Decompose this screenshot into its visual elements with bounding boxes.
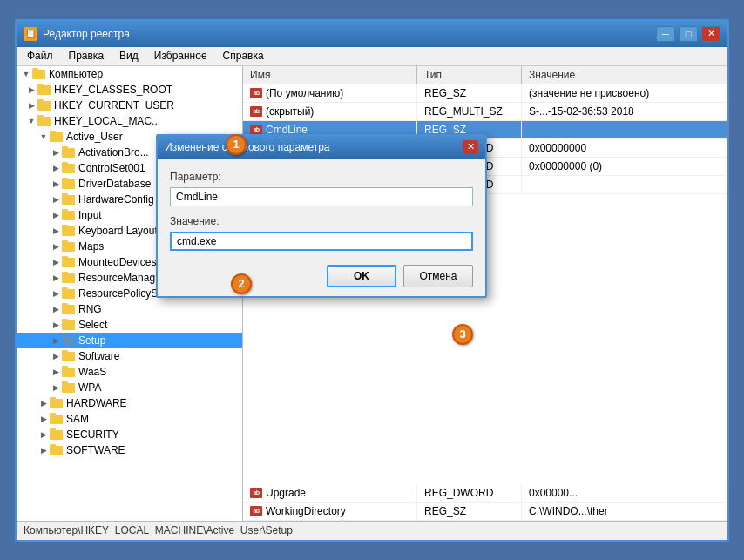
hkcu-label: HKEY_CURRENT_USER [54, 99, 174, 111]
software-label: Software [78, 350, 119, 362]
input-label: Input [78, 209, 102, 221]
svg-rect-11 [62, 146, 68, 150]
expand-icon: ▶ [50, 334, 62, 347]
expand-icon: ▶ [50, 319, 62, 331]
tree-item-select[interactable]: ▶ Select [17, 317, 242, 333]
setup-label: Setup [78, 334, 105, 347]
tree-item-sam[interactable]: ▶ SAM [17, 411, 242, 427]
param-input[interactable] [170, 187, 473, 206]
menu-favorites[interactable]: Избранное [147, 48, 214, 64]
col-type: Тип [417, 66, 522, 84]
expand-icon: ▶ [50, 287, 62, 300]
software-top-label: SOFTWARE [66, 444, 125, 456]
svg-rect-5 [37, 99, 44, 103]
expand-icon: ▶ [50, 272, 62, 284]
table-row[interactable]: ab (скрытый) REG_MULTI_SZ S-...-15-02-36… [243, 103, 727, 121]
string-edit-dialog: Изменение строкового параметра ✕ Парамет… [156, 134, 487, 298]
expand-icon: ▶ [50, 350, 62, 362]
folder-icon [62, 381, 76, 394]
tree-item-hkcr[interactable]: ▶ HKEY_CLASSES_ROOT [17, 82, 242, 98]
tree-item-security[interactable]: ▶ SECURITY [17, 427, 242, 442]
rng-label: RNG [78, 303, 102, 315]
close-button[interactable]: ✕ [701, 26, 720, 42]
folder-icon [62, 240, 76, 253]
svg-rect-15 [62, 178, 68, 181]
menu-view[interactable]: Вид [112, 48, 145, 64]
controlset001-label: ControlSet001 [78, 162, 145, 174]
reg-value-cell [522, 121, 727, 138]
expand-icon: ▶ [50, 146, 62, 159]
tree-item-wpa[interactable]: ▶ WPA [17, 380, 242, 395]
dialog-close-button[interactable]: ✕ [463, 140, 478, 154]
table-row[interactable]: ab WorkingDirectory REG_SZ C:\WINDO...\t… [243, 503, 727, 521]
wpa-label: WPA [78, 381, 101, 394]
tree-item-software-top[interactable]: ▶ SOFTWARE [17, 442, 242, 458]
hardware-label: HARDWARE [66, 397, 127, 409]
computer-label: Компьютер [49, 68, 103, 80]
tree-item-waas[interactable]: ▶ WaaS [17, 364, 242, 380]
svg-rect-1 [32, 68, 38, 71]
table-row[interactable]: ab Upgrade REG_DWORD 0x00000... [243, 484, 727, 503]
hklm-label: HKEY_LOCAL_MAC... [54, 115, 160, 127]
expand-icon: ▶ [37, 397, 50, 409]
hkcr-label: HKEY_CLASSES_ROOT [54, 84, 172, 96]
expand-icon: ▶ [37, 444, 50, 456]
reg-name-cell: ab (скрытый) [243, 103, 417, 120]
maximize-button[interactable]: □ [679, 26, 698, 42]
folder-icon [62, 256, 76, 268]
expand-icon: ▶ [50, 193, 62, 206]
tree-item-setup[interactable]: ▶ Setup [17, 333, 242, 348]
ok-button[interactable]: OK [327, 265, 396, 287]
menu-file[interactable]: Файл [20, 48, 60, 64]
expand-icon: ▶ [50, 209, 62, 221]
reg-icon: ab [250, 506, 262, 516]
column-headers: Имя Тип Значение [243, 66, 727, 84]
badge-2: 2 [231, 273, 252, 294]
folder-icon [50, 397, 64, 409]
titlebar: 📋 Редактор реестра ─ □ ✕ [17, 21, 727, 47]
tree-item-computer[interactable]: ▼ Компьютер [17, 66, 242, 82]
svg-rect-7 [37, 115, 44, 118]
expand-icon: ▶ [50, 256, 62, 268]
expand-icon: ▶ [50, 162, 62, 174]
registry-editor-window: 📋 Редактор реестра ─ □ ✕ Файл Правка Вид… [15, 19, 729, 542]
folder-icon [62, 319, 76, 331]
folder-icon [62, 272, 76, 284]
expand-icon: ▶ [37, 413, 50, 425]
svg-rect-29 [62, 287, 68, 291]
svg-rect-31 [62, 303, 68, 307]
minimize-button[interactable]: ─ [656, 26, 675, 42]
menu-help[interactable]: Справка [216, 48, 271, 64]
table-row[interactable]: ab (По умолчанию) REG_SZ (значение не пр… [243, 84, 727, 103]
activationbro-label: ActivationBro... [78, 146, 149, 159]
statusbar: Компьютер\HKEY_LOCAL_MACHINE\Active_User… [17, 521, 727, 540]
svg-rect-37 [62, 350, 68, 354]
resourcemanag-label: ResourceManag... [78, 272, 164, 284]
tree-item-software[interactable]: ▶ Software [17, 348, 242, 364]
folder-icon [62, 334, 76, 347]
tree-item-hardware[interactable]: ▶ HARDWARE [17, 395, 242, 411]
menu-edit[interactable]: Правка [62, 48, 112, 64]
reg-value-cell: S-...-15-02-36:53 2018 [522, 103, 727, 120]
expand-icon: ▼ [20, 68, 32, 80]
folder-icon [32, 68, 46, 80]
badge-3: 3 [452, 324, 473, 345]
svg-rect-13 [62, 162, 68, 165]
cancel-button[interactable]: Отмена [403, 265, 473, 287]
value-input[interactable] [170, 232, 473, 251]
reg-icon: ab [250, 106, 262, 117]
security-label: SECURITY [66, 428, 119, 441]
tree-item-hkcu[interactable]: ▶ HKEY_CURRENT_USER [17, 98, 242, 113]
folder-icon [62, 366, 76, 378]
col-name: Имя [243, 66, 417, 84]
reg-type-cell: REG_SZ [417, 84, 522, 102]
tree-item-hklm[interactable]: ▼ HKEY_LOCAL_MAC... [17, 113, 242, 129]
expand-icon: ▶ [50, 240, 62, 253]
reg-value-cell: 0x00000000 (0) [522, 158, 727, 175]
reg-value-cell: 0x00000... [522, 484, 727, 502]
select-label: Select [78, 319, 107, 331]
svg-rect-19 [62, 209, 68, 213]
folder-icon [62, 287, 76, 300]
tree-item-rng[interactable]: ▶ RNG [17, 301, 242, 317]
hardwareconfig-label: HardwareConfig [78, 193, 154, 206]
